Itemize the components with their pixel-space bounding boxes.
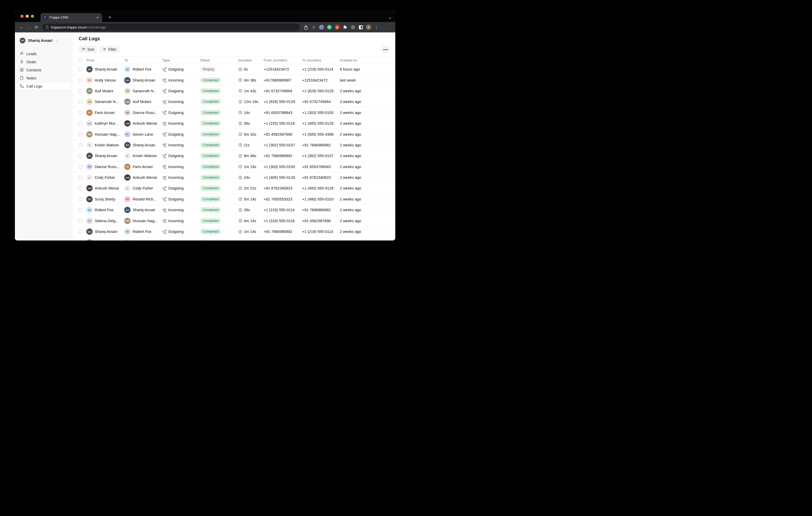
- row-checkbox[interactable]: [79, 132, 82, 136]
- more-options-button[interactable]: •••: [382, 46, 389, 53]
- from-number: +917666980887: [264, 78, 302, 82]
- clock-icon: [238, 111, 242, 115]
- row-checkbox[interactable]: [79, 208, 82, 212]
- forward-button[interactable]: →: [25, 25, 33, 30]
- row-checkbox[interactable]: [79, 79, 82, 82]
- browser-menu-kebab-icon[interactable]: ⋮: [373, 24, 380, 31]
- table-row[interactable]: AMAsif MulaniSNSavannah N...OutgoingComp…: [72, 86, 395, 96]
- maximize-window-button[interactable]: [31, 14, 34, 18]
- to-number: +12518423472: [302, 78, 340, 82]
- row-checkbox[interactable]: [79, 165, 82, 169]
- sidebar-item-contacts[interactable]: Contacts: [17, 66, 70, 74]
- to-person: DLDevon Lane: [124, 131, 162, 138]
- grammarly-extension-icon[interactable]: G: [326, 24, 333, 31]
- created-on: 2 weeks ago: [340, 208, 389, 212]
- notes-icon: [20, 76, 24, 81]
- table-row[interactable]: FAFaris AnsariDRDianne Russ...OutgoingCo…: [72, 108, 395, 118]
- row-checkbox[interactable]: [79, 67, 82, 71]
- table-row[interactable]: KMKathryn Mur...AMAnkush MenatIncomingCo…: [72, 118, 395, 129]
- duration-cell: 12m 19s: [238, 99, 264, 104]
- adblock-extension-icon[interactable]: ✋: [334, 24, 341, 31]
- bookmark-star-icon[interactable]: ☆: [310, 24, 317, 31]
- table-row[interactable]: SAShariq AnsariRFRobert FoxOutgoingRingi…: [72, 64, 395, 75]
- row-checkbox[interactable]: [79, 230, 82, 234]
- status-badge: Completed: [200, 218, 221, 224]
- phone-outgoing-icon: [162, 230, 167, 234]
- from-number: +91 7666980882: [264, 154, 302, 158]
- table-row[interactable]: AMAnkush MenatCCody FisherOutgoingComple…: [72, 183, 395, 194]
- new-tab-button[interactable]: +: [107, 14, 113, 20]
- from-number: +1 (219) 555-0114: [264, 208, 302, 212]
- status-badge: Completed: [200, 99, 221, 104]
- column-header: From: [86, 58, 124, 62]
- energy-saver-leaf-icon[interactable]: [349, 24, 356, 31]
- row-checkbox[interactable]: [79, 89, 82, 93]
- row-checkbox[interactable]: [79, 111, 82, 115]
- sidebar-item-notes[interactable]: Notes: [17, 74, 70, 82]
- table-row[interactable]: CCody FisherAMAnkush MenatIncomingComple…: [72, 172, 395, 183]
- row-checkbox[interactable]: [79, 186, 82, 190]
- reload-button[interactable]: ⟳: [33, 25, 40, 30]
- sort-button[interactable]: Sort: [79, 46, 97, 53]
- duration-cell: 5m 32s: [238, 132, 264, 136]
- sidebar-item-deals[interactable]: Deals: [17, 58, 70, 66]
- from-person: KKristin Watson: [86, 142, 124, 148]
- table-row[interactable]: SDSelena Delg...HNHussain Nag...Incoming…: [72, 215, 395, 226]
- table-row[interactable]: RFRobert FoxSAShariq AnsariIncomingCompl…: [72, 205, 395, 215]
- url-bar[interactable]: frappecrm.frappe.cloud /crm/call-logs: [42, 24, 300, 31]
- minimize-window-button[interactable]: [26, 14, 29, 18]
- filter-icon: [103, 47, 107, 51]
- main-content: Call Logs Sort Filter ••• FromToTypeStat…: [72, 32, 395, 241]
- from-number: +1 (629) 555-0129: [264, 99, 302, 104]
- filter-button[interactable]: Filter: [100, 46, 119, 53]
- back-button[interactable]: ←: [18, 25, 25, 30]
- duration-cell: 24s: [238, 175, 264, 180]
- avatar: SA: [86, 229, 93, 235]
- close-tab-icon[interactable]: ×: [96, 16, 99, 20]
- extensions-puzzle-icon[interactable]: [342, 24, 348, 31]
- duration-cell: 4m 14s: [238, 219, 264, 223]
- created-on: last week: [340, 78, 389, 82]
- table-row[interactable]: SAShariq AnsariRFRobert FoxOutgoingCompl…: [72, 226, 395, 237]
- avatar: SA: [124, 77, 130, 83]
- table-row[interactable]: KKristin WatsonSAShariq AnsariIncomingCo…: [72, 140, 395, 151]
- clock-icon: [238, 230, 242, 234]
- tab-search-chevron-icon[interactable]: ⌄: [388, 15, 392, 19]
- row-checkbox[interactable]: [79, 100, 82, 103]
- sidebar-nav: LeadsDealsContactsNotesCall Logs: [15, 50, 72, 90]
- status-cell: Completed: [200, 142, 238, 148]
- table-row[interactable]: DRDianne Russ...FAFaris AnsariIncomingCo…: [72, 161, 395, 172]
- share-icon[interactable]: [302, 24, 309, 31]
- clock-icon: [238, 143, 242, 147]
- sidebar-item-leads[interactable]: Leads: [17, 50, 70, 58]
- close-window-button[interactable]: [21, 14, 24, 18]
- avatar: RR: [124, 196, 130, 202]
- table-row[interactable]: SAShariq AnsariKKristin WatsonOutgoingCo…: [72, 151, 395, 161]
- row-checkbox[interactable]: [79, 176, 82, 179]
- row-checkbox[interactable]: [79, 143, 82, 147]
- row-checkbox[interactable]: [79, 198, 82, 201]
- table-row[interactable]: SSSuraj ShettyRRRonald Rich...OutgoingCo…: [72, 194, 395, 205]
- browser-profile-avatar[interactable]: S: [365, 24, 372, 31]
- row-checkbox[interactable]: [79, 154, 82, 158]
- select-all-checkbox[interactable]: [79, 59, 82, 62]
- to-number: +1 (219) 555-0114: [302, 67, 340, 71]
- row-checkbox[interactable]: [79, 219, 82, 223]
- duration-cell: 11s: [238, 143, 264, 147]
- table-row[interactable]: AVAndy ViessaSAShariq AnsariIncomingComp…: [72, 75, 395, 86]
- user-menu[interactable]: SA Shariq Ansari ⌄: [15, 37, 72, 44]
- sidebar-toggle-icon[interactable]: [357, 24, 364, 31]
- macos-traffic-lights: [21, 14, 34, 18]
- table-row[interactable]: SNSavannah N...AMAsif MulaniIncomingComp…: [72, 96, 395, 107]
- github-extension-icon[interactable]: ᴥ: [318, 24, 325, 31]
- browser-tab[interactable]: F Frappe CRM ×: [40, 13, 102, 22]
- created-on: 2 weeks ago: [340, 197, 389, 201]
- table-row[interactable]: HNHussain Nag...DLDevon LaneOutgoingComp…: [72, 129, 395, 140]
- avatar: KM: [86, 120, 93, 126]
- row-checkbox[interactable]: [79, 122, 82, 125]
- leads-icon: [20, 52, 24, 57]
- table-row-partial[interactable]: [72, 237, 395, 241]
- sidebar-item-call-logs[interactable]: Call Logs: [17, 83, 70, 90]
- to-number: +91 7666980882: [302, 143, 340, 147]
- avatar: SA: [86, 153, 93, 159]
